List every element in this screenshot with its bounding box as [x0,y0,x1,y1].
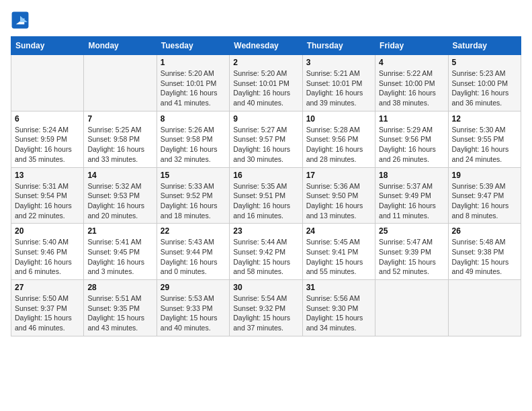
cell-sun-info: Sunrise: 5:39 AM Sunset: 9:47 PM Dayligh… [452,181,517,221]
cell-sun-info: Sunrise: 5:54 AM Sunset: 9:32 PM Dayligh… [233,293,298,333]
cell-sun-info: Sunrise: 5:20 AM Sunset: 10:01 PM Daylig… [233,68,298,108]
day-number: 22 [161,226,226,236]
day-number: 9 [233,114,298,124]
calendar-cell: 15Sunrise: 5:33 AM Sunset: 9:52 PM Dayli… [157,167,229,224]
day-number: 7 [87,114,152,124]
day-number: 26 [452,226,517,236]
cell-sun-info: Sunrise: 5:35 AM Sunset: 9:51 PM Dayligh… [233,181,298,221]
cell-sun-info: Sunrise: 5:25 AM Sunset: 9:58 PM Dayligh… [87,125,152,165]
calendar-table: SundayMondayTuesdayWednesdayThursdayFrid… [11,36,521,336]
logo [11,11,32,30]
calendar-cell: 4Sunrise: 5:22 AM Sunset: 10:00 PM Dayli… [375,55,448,111]
cell-sun-info: Sunrise: 5:33 AM Sunset: 9:52 PM Dayligh… [161,181,226,221]
cell-sun-info: Sunrise: 5:50 AM Sunset: 9:37 PM Dayligh… [15,293,80,333]
calendar-cell: 23Sunrise: 5:44 AM Sunset: 9:42 PM Dayli… [230,224,302,280]
day-number: 17 [306,171,371,180]
day-number: 23 [233,226,298,236]
cell-sun-info: Sunrise: 5:40 AM Sunset: 9:46 PM Dayligh… [15,237,80,277]
cell-sun-info: Sunrise: 5:23 AM Sunset: 10:00 PM Daylig… [452,68,517,108]
cell-sun-info: Sunrise: 5:43 AM Sunset: 9:44 PM Dayligh… [161,237,226,277]
day-number: 8 [161,114,226,124]
calendar-week-row: 20Sunrise: 5:40 AM Sunset: 9:46 PM Dayli… [11,224,521,280]
day-number: 28 [87,283,152,292]
calendar-cell: 26Sunrise: 5:48 AM Sunset: 9:38 PM Dayli… [448,224,521,280]
calendar-week-row: 1Sunrise: 5:20 AM Sunset: 10:01 PM Dayli… [11,55,521,111]
day-number: 6 [15,114,80,124]
calendar-cell: 10Sunrise: 5:28 AM Sunset: 9:56 PM Dayli… [302,111,375,167]
cell-sun-info: Sunrise: 5:48 AM Sunset: 9:38 PM Dayligh… [452,237,517,277]
calendar-cell: 18Sunrise: 5:37 AM Sunset: 9:49 PM Dayli… [375,167,448,224]
cell-sun-info: Sunrise: 5:27 AM Sunset: 9:57 PM Dayligh… [233,125,298,165]
cell-sun-info: Sunrise: 5:28 AM Sunset: 9:56 PM Dayligh… [306,125,371,165]
calendar-cell: 1Sunrise: 5:20 AM Sunset: 10:01 PM Dayli… [157,55,229,111]
day-number: 10 [306,114,371,124]
calendar-cell: 30Sunrise: 5:54 AM Sunset: 9:32 PM Dayli… [230,280,302,336]
calendar-cell [11,55,84,111]
calendar-cell: 28Sunrise: 5:51 AM Sunset: 9:35 PM Dayli… [84,280,157,336]
day-number: 31 [306,283,371,292]
calendar-cell: 25Sunrise: 5:47 AM Sunset: 9:39 PM Dayli… [375,224,448,280]
calendar-cell: 2Sunrise: 5:20 AM Sunset: 10:01 PM Dayli… [230,55,302,111]
day-number: 14 [87,171,152,180]
cell-sun-info: Sunrise: 5:37 AM Sunset: 9:49 PM Dayligh… [379,181,444,221]
header-day: Sunday [11,37,84,55]
calendar-cell: 29Sunrise: 5:53 AM Sunset: 9:33 PM Dayli… [157,280,229,336]
day-number: 29 [161,283,226,292]
calendar-cell: 8Sunrise: 5:26 AM Sunset: 9:58 PM Daylig… [157,111,229,167]
cell-sun-info: Sunrise: 5:45 AM Sunset: 9:41 PM Dayligh… [306,237,371,277]
day-number: 21 [87,226,152,236]
cell-sun-info: Sunrise: 5:51 AM Sunset: 9:35 PM Dayligh… [87,293,152,333]
calendar-cell: 17Sunrise: 5:36 AM Sunset: 9:50 PM Dayli… [302,167,375,224]
cell-sun-info: Sunrise: 5:21 AM Sunset: 10:01 PM Daylig… [306,68,371,108]
day-number: 30 [233,283,298,292]
calendar-week-row: 13Sunrise: 5:31 AM Sunset: 9:54 PM Dayli… [11,167,521,224]
cell-sun-info: Sunrise: 5:53 AM Sunset: 9:33 PM Dayligh… [161,293,226,333]
day-number: 2 [233,58,298,67]
calendar-cell: 14Sunrise: 5:32 AM Sunset: 9:53 PM Dayli… [84,167,157,224]
cell-sun-info: Sunrise: 5:32 AM Sunset: 9:53 PM Dayligh… [87,181,152,221]
calendar-cell: 11Sunrise: 5:29 AM Sunset: 9:56 PM Dayli… [375,111,448,167]
calendar-cell: 6Sunrise: 5:24 AM Sunset: 9:59 PM Daylig… [11,111,84,167]
cell-sun-info: Sunrise: 5:47 AM Sunset: 9:39 PM Dayligh… [379,237,444,277]
calendar-cell: 5Sunrise: 5:23 AM Sunset: 10:00 PM Dayli… [448,55,521,111]
cell-sun-info: Sunrise: 5:56 AM Sunset: 9:30 PM Dayligh… [306,293,371,333]
calendar-cell: 27Sunrise: 5:50 AM Sunset: 9:37 PM Dayli… [11,280,84,336]
calendar-cell: 13Sunrise: 5:31 AM Sunset: 9:54 PM Dayli… [11,167,84,224]
header-row: SundayMondayTuesdayWednesdayThursdayFrid… [11,37,521,55]
header-day: Tuesday [157,37,229,55]
day-number: 15 [161,171,226,180]
calendar-cell: 20Sunrise: 5:40 AM Sunset: 9:46 PM Dayli… [11,224,84,280]
calendar-header: SundayMondayTuesdayWednesdayThursdayFrid… [11,37,521,55]
cell-sun-info: Sunrise: 5:22 AM Sunset: 10:00 PM Daylig… [379,68,444,108]
calendar-cell [448,280,521,336]
calendar-cell: 19Sunrise: 5:39 AM Sunset: 9:47 PM Dayli… [448,167,521,224]
header-area [11,11,521,30]
calendar-week-row: 27Sunrise: 5:50 AM Sunset: 9:37 PM Dayli… [11,280,521,336]
header-day: Saturday [448,37,521,55]
cell-sun-info: Sunrise: 5:41 AM Sunset: 9:45 PM Dayligh… [87,237,152,277]
day-number: 18 [379,171,444,180]
calendar-cell: 7Sunrise: 5:25 AM Sunset: 9:58 PM Daylig… [84,111,157,167]
day-number: 20 [15,226,80,236]
header-day: Wednesday [230,37,302,55]
calendar-cell: 21Sunrise: 5:41 AM Sunset: 9:45 PM Dayli… [84,224,157,280]
day-number: 27 [15,283,80,292]
cell-sun-info: Sunrise: 5:24 AM Sunset: 9:59 PM Dayligh… [15,125,80,165]
calendar-cell: 3Sunrise: 5:21 AM Sunset: 10:01 PM Dayli… [302,55,375,111]
header-day: Thursday [302,37,375,55]
day-number: 5 [452,58,517,67]
cell-sun-info: Sunrise: 5:29 AM Sunset: 9:56 PM Dayligh… [379,125,444,165]
calendar-cell [84,55,157,111]
day-number: 13 [15,171,80,180]
calendar-week-row: 6Sunrise: 5:24 AM Sunset: 9:59 PM Daylig… [11,111,521,167]
cell-sun-info: Sunrise: 5:20 AM Sunset: 10:01 PM Daylig… [161,68,226,108]
cell-sun-info: Sunrise: 5:30 AM Sunset: 9:55 PM Dayligh… [452,125,517,165]
header-day: Friday [375,37,448,55]
day-number: 1 [161,58,226,67]
cell-sun-info: Sunrise: 5:36 AM Sunset: 9:50 PM Dayligh… [306,181,371,221]
calendar-body: 1Sunrise: 5:20 AM Sunset: 10:01 PM Dayli… [11,55,521,336]
day-number: 25 [379,226,444,236]
logo-icon [11,11,30,30]
day-number: 24 [306,226,371,236]
day-number: 4 [379,58,444,67]
